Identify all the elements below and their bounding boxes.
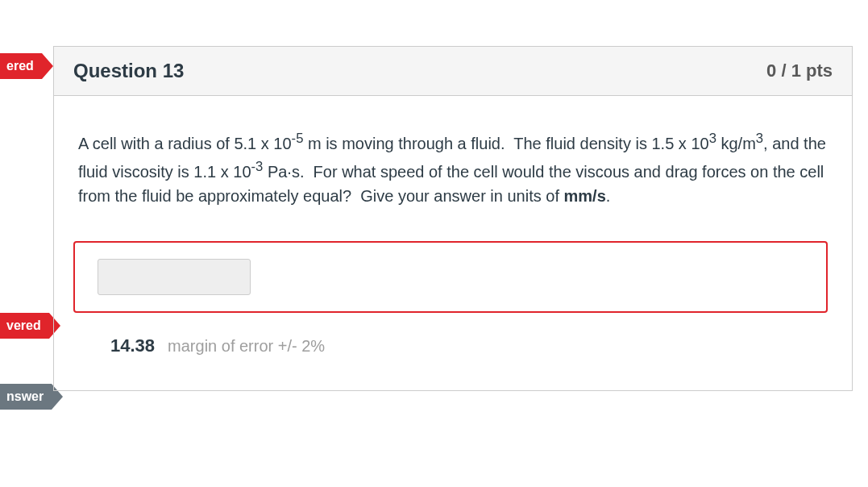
margin-of-error: margin of error +/- 2% <box>168 337 325 356</box>
question-title: Question 13 <box>73 60 184 82</box>
question-header: Question 13 0 / 1 pts <box>54 47 852 96</box>
question-body: A cell with a radius of 5.1 x 10-5 m is … <box>54 96 852 390</box>
question-text: A cell with a radius of 5.1 x 10-5 m is … <box>78 128 828 209</box>
tag-label: ered <box>6 59 34 73</box>
tag-label: vered <box>6 318 41 333</box>
status-tag-unanswered-mid: vered <box>0 313 49 339</box>
answer-input[interactable] <box>98 259 251 295</box>
tag-arrow-icon <box>42 53 53 79</box>
tag-label: nswer <box>6 389 44 404</box>
correct-answer-value: 14.38 <box>110 335 155 356</box>
question-card: Question 13 0 / 1 pts A cell with a radi… <box>53 46 853 391</box>
status-tag-unanswered-top: ered <box>0 53 42 79</box>
user-answer-container <box>73 241 828 313</box>
correct-answer-row: 14.38 margin of error +/- 2% <box>110 335 828 356</box>
question-points: 0 / 1 pts <box>766 60 833 81</box>
status-tag-answer: nswer <box>0 384 52 410</box>
